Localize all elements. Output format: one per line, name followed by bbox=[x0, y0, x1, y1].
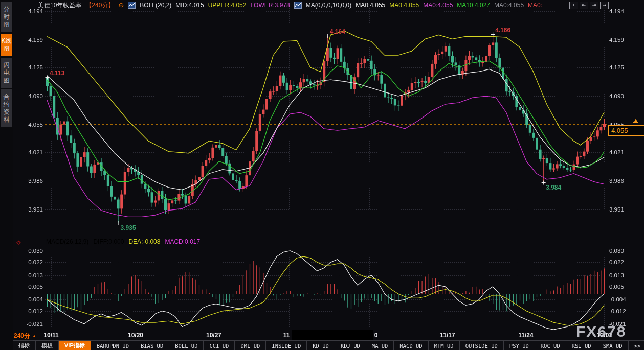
x-axis-date-label: 0 bbox=[374, 332, 378, 339]
y-axis-label: 4.055 bbox=[12, 121, 43, 128]
x-axis-date-label: 11 bbox=[283, 332, 290, 339]
sidebar: 分时图K线图闪电图合约资料 bbox=[0, 0, 13, 350]
macd-axis-label: -0.012 bbox=[12, 308, 43, 315]
macd-axis-label: 0.013 bbox=[609, 272, 641, 279]
y-axis-label: 4.021 bbox=[609, 149, 641, 156]
x-axis-date-label: 11/24 bbox=[518, 332, 533, 339]
bottom-tab-rsi-ud[interactable]: RSI_UD bbox=[566, 341, 597, 350]
macd-axis-label: 0.022 bbox=[12, 259, 43, 266]
macd-axis-label: 0.030 bbox=[12, 247, 43, 254]
ma-value: MA0: bbox=[528, 2, 542, 9]
bottom-tab--[interactable]: 模板 bbox=[36, 341, 59, 350]
fit-right-icon[interactable]: ⇥ bbox=[590, 2, 598, 9]
y-axis-label: 3.986 bbox=[12, 177, 43, 184]
bottom-tab-roc-ud[interactable]: ROC_UD bbox=[535, 341, 566, 350]
bottom-tab-outside-ud[interactable]: OUTSIDE_UD bbox=[460, 341, 504, 350]
y-axis-label: 4.021 bbox=[12, 149, 43, 156]
redaction-overlay bbox=[292, 330, 373, 340]
bottom-tab-sma-ud[interactable]: SMA_UD bbox=[597, 341, 629, 350]
macd-diff-value: DIFF:0.000 bbox=[93, 238, 124, 245]
price-annotation: 3.984 bbox=[546, 184, 561, 191]
y-axis-label: 4.090 bbox=[12, 92, 43, 100]
bottom-tab-kdj-ud[interactable]: KDJ_UD bbox=[335, 341, 366, 350]
live-indicator-icon: ☼ bbox=[15, 238, 22, 245]
bottom-tab--[interactable]: >> bbox=[629, 341, 644, 350]
ma-value: MA0:4.055 bbox=[494, 2, 524, 9]
bottom-tab-psy-ud[interactable]: PSY_UD bbox=[504, 341, 535, 350]
sidebar-tab-lightning-chart[interactable]: 闪电图 bbox=[1, 58, 12, 88]
bottom-tab--[interactable]: 指标 bbox=[13, 341, 36, 350]
macd-axis-label: 0.005 bbox=[609, 283, 641, 290]
minus-circle-icon[interactable]: ⊖ bbox=[118, 2, 124, 8]
indicator-chart-icon[interactable] bbox=[294, 2, 302, 9]
ma-value: MA0:4.055 bbox=[423, 2, 453, 9]
bottom-tab-cci-ud[interactable]: CCI_UD bbox=[204, 341, 235, 350]
y-axis-label: 4.159 bbox=[12, 36, 43, 43]
period-label[interactable]: 240分 ▲ bbox=[14, 332, 36, 340]
y-axis-label: 4.125 bbox=[609, 64, 641, 71]
indicator-chart-icon[interactable] bbox=[128, 2, 136, 9]
ma-readout: MA0:4.055MA0:4.055MA0:4.055MA10:4.027MA0… bbox=[356, 2, 542, 9]
macd-dea-value: DEA:-0.008 bbox=[128, 238, 160, 245]
ma-value: MA0:4.055 bbox=[389, 2, 419, 9]
macd-axis-label: -0.012 bbox=[609, 308, 641, 315]
sidebar-tab-time-chart[interactable]: 分时图 bbox=[1, 2, 12, 32]
price-annotation: 4.164 bbox=[330, 28, 345, 35]
chart-canvas[interactable] bbox=[0, 0, 644, 350]
bottom-tab-dmi-ud[interactable]: DMI_UD bbox=[235, 341, 266, 350]
price-up-arrow-icon: ▲ bbox=[633, 118, 638, 123]
macd-macd-value: MACD:0.017 bbox=[165, 238, 200, 245]
y-axis-label: 3.986 bbox=[609, 177, 641, 184]
boll-readout: BOLL(20,2) MID:4.015 UPPER:4.052 LOWER:3… bbox=[140, 2, 290, 9]
macd-header: MACD(26,12,9) DIFF:0.000 DEA:-0.008 MACD… bbox=[46, 238, 200, 245]
bottom-tab-inside-ud[interactable]: INSIDE_UD bbox=[266, 341, 307, 350]
sidebar-tab-kline-chart[interactable]: K线图 bbox=[1, 34, 12, 56]
boll-upper-value: UPPER:4.052 bbox=[208, 2, 247, 9]
price-annotation: 4.166 bbox=[495, 27, 510, 34]
macd-axis-label: 0.030 bbox=[609, 247, 641, 254]
x-axis-date-label: 11/17 bbox=[440, 332, 455, 339]
x-axis: 240分 ▲ 10/1110/2010/2711011/1711/2412/01 bbox=[13, 331, 644, 340]
bottom-tab-boll-ud[interactable]: BOLL_UD bbox=[169, 341, 204, 350]
macd-axis-label: -0.004 bbox=[609, 296, 641, 303]
pan-move-icon[interactable]: + bbox=[569, 2, 578, 9]
x-axis-date-label: 10/11 bbox=[43, 332, 58, 339]
sidebar-tab-contract-info[interactable]: 合约资料 bbox=[1, 89, 12, 127]
macd-axis-label: 0.005 bbox=[12, 283, 43, 290]
bottom-tab-mtm-ud[interactable]: MTM_UD bbox=[429, 341, 460, 350]
y-axis-label: 3.951 bbox=[12, 206, 43, 213]
boll-lower-value: LOWER:3.978 bbox=[250, 2, 290, 9]
chart-header: 美债10年收益率 【240分】 ⊖ BOLL(20,2) MID:4.015 U… bbox=[38, 1, 542, 9]
bottom-tab-kd-ud[interactable]: KD_UD bbox=[307, 341, 335, 350]
macd-axis-label: 0.013 bbox=[12, 272, 43, 279]
period-badge: 【240分】 bbox=[85, 1, 114, 10]
price-annotation: 3.935 bbox=[121, 224, 136, 231]
macd-label: MACD(26,12,9) bbox=[46, 238, 88, 245]
y-axis-label: 4.090 bbox=[609, 92, 641, 100]
y-axis-label: 4.194 bbox=[609, 8, 641, 15]
page-title: 美债10年收益率 bbox=[38, 1, 81, 10]
boll-label: BOLL(20,2) bbox=[140, 2, 171, 9]
bottom-tab-bias-ud[interactable]: BIAS_UD bbox=[135, 341, 169, 350]
watermark-logo: FX678 bbox=[576, 323, 626, 340]
x-axis-date-label: 10/20 bbox=[128, 332, 143, 339]
bottom-tab-vip-[interactable]: VIP指标 bbox=[59, 341, 91, 350]
fit-left-icon[interactable]: ⇤ bbox=[580, 2, 588, 9]
ma-label: MA(0,0,0,10,0,0) bbox=[306, 2, 351, 9]
chart-toolbar: +⇤⇥↦ bbox=[569, 2, 609, 9]
y-axis-label: 4.159 bbox=[609, 36, 641, 43]
current-price-label: 4.055 bbox=[608, 125, 644, 136]
price-annotation: 4.113 bbox=[50, 69, 64, 77]
bottom-tab-ma-ud[interactable]: MA_UD bbox=[366, 341, 394, 350]
y-axis-label: 4.125 bbox=[12, 64, 43, 71]
y-axis-label: 3.951 bbox=[609, 206, 641, 213]
shift-right-icon[interactable]: ↦ bbox=[600, 2, 609, 9]
bottom-tab-macd-ud[interactable]: MACD_UD bbox=[394, 341, 428, 350]
bottom-tab-barupdn-ud[interactable]: BARUPDN_UD bbox=[91, 341, 135, 350]
bottom-tab-bar: 指标模板VIP指标BARUPDN_UDBIAS_UDBOLL_UDCCI_UDD… bbox=[13, 340, 644, 350]
period-dropdown-arrow-icon: ▲ bbox=[32, 334, 36, 338]
macd-axis-label: -0.021 bbox=[12, 320, 43, 328]
period-text: 240分 bbox=[14, 332, 30, 340]
boll-mid-value: MID:4.015 bbox=[175, 2, 204, 9]
macd-axis-label: -0.004 bbox=[12, 296, 43, 303]
